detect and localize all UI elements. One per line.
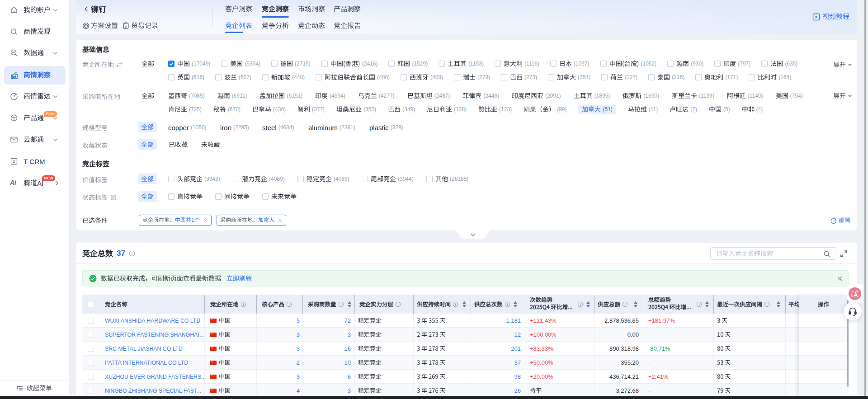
svg-text:Ai: Ai [10,179,17,186]
